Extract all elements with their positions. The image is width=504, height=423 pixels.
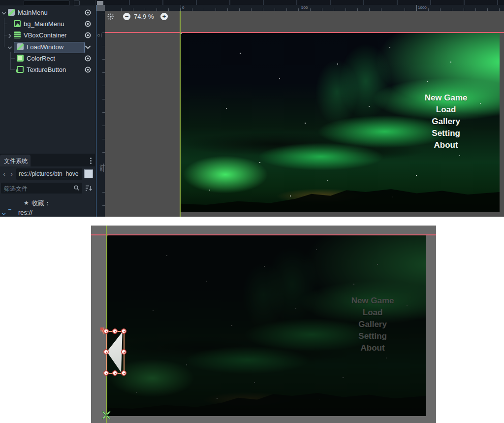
tree-item-label[interactable]: ColorRect [27, 55, 55, 62]
file-preview-thumbnail[interactable] [84, 169, 93, 178]
viewport-screenshot-loadwindow: New Game Load Gallery Setting About [91, 226, 436, 423]
tab-filesystem-label: 文件系统 [4, 157, 28, 165]
visibility-visible-icon[interactable] [84, 9, 92, 16]
ruler-label: 0 [96, 33, 101, 37]
filter-placeholder: 筛选文件 [4, 185, 28, 193]
filter-files-input[interactable]: 筛选文件 [1, 183, 82, 194]
main-menu-list: New Game Load Gallery Setting About [398, 92, 495, 151]
tree-item-label[interactable]: bg_MainMenu [24, 20, 64, 28]
selection-handle[interactable] [112, 328, 118, 334]
stars-decoration [181, 33, 182, 34]
visibility-visible-icon[interactable] [84, 32, 92, 39]
favorites-label: 收藏： [32, 199, 51, 208]
nav-forward-icon[interactable]: › [8, 168, 15, 179]
path-value: res://pictures/btn_hove [19, 170, 78, 177]
ruler-corner [96, 5, 105, 11]
tab-filesystem[interactable]: 文件系统 [0, 155, 31, 166]
res-root-row[interactable]: res:// [0, 208, 95, 217]
visibility-visible-icon[interactable] [84, 20, 92, 28]
tree-item-label[interactable]: MainMenu [18, 9, 48, 16]
screenshot-root: MainMenu bg_MainMenu VBoxContainer [0, 0, 504, 423]
panel-icon [74, 0, 80, 5]
scene-toolbar-cutoff [0, 0, 95, 5]
tree-row-colorrect[interactable]: ColorRect [0, 53, 95, 64]
tree-item-label[interactable]: VBoxContainer [24, 32, 66, 39]
tree-row-vboxcontainer[interactable]: VBoxContainer [0, 30, 95, 41]
filesystem-tabbar: 文件系统 [0, 154, 95, 166]
selection-handle[interactable] [121, 370, 126, 376]
center-view-icon[interactable] [107, 13, 115, 21]
visibility-visible-icon[interactable] [84, 55, 92, 62]
mountain-silhouette [181, 182, 500, 212]
selection-handle[interactable] [112, 370, 118, 376]
horizontal-ruler: 0 500 1000 [105, 5, 504, 11]
godot-editor-window: MainMenu bg_MainMenu VBoxContainer [0, 0, 504, 217]
selection-handle[interactable] [103, 349, 109, 355]
zoom-percentage[interactable]: 74.9 % [134, 13, 154, 20]
vbox-container-icon [14, 32, 21, 38]
chevron-down-icon[interactable] [1, 9, 7, 15]
y-axis-guide [106, 226, 107, 423]
ruler-label: 500 [99, 163, 104, 172]
menu-item-setting[interactable]: Setting [398, 128, 495, 139]
position-gizmo-icon[interactable] [100, 409, 113, 422]
filesystem-panel: 文件系统 ‹ › res://pictures/btn_hove 筛选文件 [0, 153, 95, 217]
chevron-down-icon[interactable] [1, 210, 7, 216]
favorite-star-icon: ★ [24, 199, 29, 206]
aurora-scene-dimmed: New Game Load Gallery Setting About [107, 235, 426, 416]
tree-row-loadwindow[interactable]: LoadWindow [0, 41, 95, 53]
filesystem-nav-row: ‹ › res://pictures/btn_hove [0, 168, 95, 180]
tree-row-texturebutton[interactable]: TextureButton [0, 64, 95, 75]
selection-handle[interactable] [103, 328, 109, 334]
node-filter-input[interactable] [24, 0, 70, 6]
sort-files-icon[interactable] [85, 184, 93, 192]
selection-handle[interactable] [121, 328, 126, 334]
color-rect-icon [17, 55, 24, 62]
menu-item-load[interactable]: Load [398, 104, 495, 116]
visibility-hidden-icon[interactable] [84, 43, 92, 51]
chevron-down-icon[interactable] [7, 44, 13, 50]
control-node-icon [17, 43, 24, 50]
zoom-in-icon[interactable]: + [160, 13, 168, 20]
search-icon [73, 185, 80, 191]
res-root-label: res:// [18, 209, 32, 216]
ruler-label: 500 [300, 5, 308, 11]
menu-item-about[interactable]: About [398, 139, 495, 151]
texture-button-icon [17, 66, 24, 73]
zoom-out-icon[interactable]: − [123, 13, 130, 20]
selection-handle[interactable] [103, 370, 109, 376]
filesystem-filter-row: 筛选文件 [0, 183, 95, 194]
tree-row-mainmenu[interactable]: MainMenu [0, 7, 95, 18]
panel-menu-dots-icon[interactable] [90, 157, 92, 165]
favorites-row[interactable]: ★ 收藏： [0, 198, 95, 208]
menu-item-new-game[interactable]: New Game [398, 92, 495, 104]
path-field[interactable]: res://pictures/btn_hove [16, 168, 82, 180]
viewport-top-cutoff [96, 0, 504, 5]
ruler-label: 0 [181, 5, 184, 11]
left-dock: MainMenu bg_MainMenu VBoxContainer [0, 0, 95, 217]
aurora-scene-texture: New Game Load Gallery Setting About [181, 33, 500, 212]
nav-back-icon[interactable]: ‹ [1, 168, 7, 179]
colorrect-dark-overlay [107, 235, 426, 416]
vertical-ruler: 0 500 [96, 11, 105, 217]
tree-item-label[interactable]: TextureButton [27, 66, 66, 73]
control-node-icon [8, 9, 15, 16]
tree-row-bg-mainmenu[interactable]: bg_MainMenu [0, 18, 95, 30]
chevron-right-icon[interactable] [7, 32, 13, 38]
tree-item-label[interactable]: LoadWindow [27, 43, 63, 51]
menu-item-gallery[interactable]: Gallery [398, 116, 495, 128]
texture-rect-icon [14, 20, 21, 27]
selection-handle[interactable] [121, 349, 126, 355]
visibility-visible-icon[interactable] [84, 66, 92, 73]
ruler-label: 1000 [416, 5, 427, 11]
